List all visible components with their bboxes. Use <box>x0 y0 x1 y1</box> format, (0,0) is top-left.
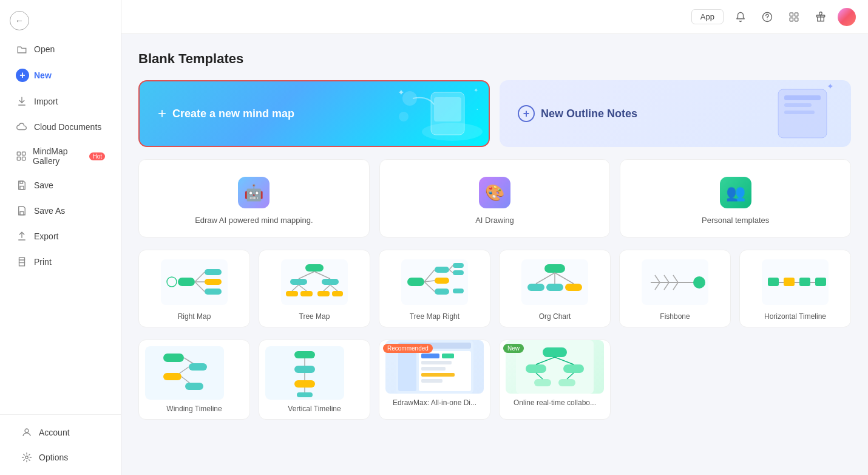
template-card-org-chart[interactable]: Org Chart <box>499 250 611 327</box>
svg-text:✦: ✦ <box>398 87 405 97</box>
svg-point-21 <box>399 112 409 121</box>
new-badge: New <box>503 344 524 353</box>
create-mindmap-card[interactable]: + Create a new mind map ✦ <box>138 80 490 147</box>
create-card-decoration: ✦ ✦ • <box>367 81 489 146</box>
sidebar-label-open: Open <box>34 44 55 54</box>
svg-rect-66 <box>453 289 464 293</box>
sidebar-item-open[interactable]: Open <box>5 37 116 61</box>
sidebar-item-save[interactable]: Save <box>5 173 116 197</box>
svg-rect-121 <box>421 379 442 383</box>
template-card-horizontal-timeline[interactable]: Horizontal Timeline <box>739 250 851 327</box>
bottom-card-edrawmax[interactable]: Recommended <box>379 340 490 420</box>
svg-rect-128 <box>534 379 551 386</box>
svg-rect-12 <box>790 13 793 16</box>
svg-rect-124 <box>526 364 546 373</box>
svg-rect-52 <box>332 291 343 296</box>
svg-rect-125 <box>563 364 584 373</box>
gift-button[interactable] <box>811 7 830 27</box>
outline-plus-icon: + <box>518 105 535 122</box>
sidebar-item-new[interactable]: + New <box>5 63 116 88</box>
org-chart-label: Org Chart <box>539 312 571 321</box>
svg-rect-2 <box>17 157 20 160</box>
svg-point-11 <box>767 19 767 19</box>
vertical-label: Vertical Timeline <box>288 405 341 413</box>
sidebar-item-cloud[interactable]: Cloud Documents <box>5 115 116 139</box>
svg-rect-94 <box>799 278 810 286</box>
feature-card-personal[interactable]: 👥 Personal templates <box>620 159 851 237</box>
svg-rect-105 <box>294 351 315 358</box>
sidebar-label-save: Save <box>34 180 53 190</box>
sidebar-item-gallery[interactable]: MindMap Gallery Hot <box>5 140 116 172</box>
svg-rect-103 <box>185 383 203 390</box>
right-map-preview <box>145 258 243 306</box>
sidebar-item-print[interactable]: Print <box>5 250 116 274</box>
grid-button[interactable] <box>784 7 804 27</box>
svg-rect-14 <box>790 18 793 21</box>
svg-rect-40 <box>205 289 222 295</box>
notification-button[interactable] <box>731 7 750 27</box>
feature-card-ai-mind[interactable]: 🤖 Edraw AI powered mind mapping. <box>138 159 370 237</box>
sidebar-label-new: New <box>34 70 52 80</box>
gallery-icon <box>16 150 27 162</box>
back-button[interactable]: ← <box>0 0 121 36</box>
create-card-label: Create a new mind map <box>172 108 294 120</box>
svg-rect-38 <box>205 269 222 275</box>
recommended-badge: Recommended <box>383 344 433 353</box>
svg-rect-28 <box>784 111 815 114</box>
tree-map-preview <box>265 258 364 306</box>
template-card-fishbone[interactable]: Fishbone <box>619 250 731 327</box>
svg-text:🤖: 🤖 <box>244 183 264 202</box>
app-button[interactable]: App <box>691 9 724 24</box>
help-button[interactable] <box>758 7 777 27</box>
header: App <box>121 0 868 34</box>
export-icon <box>16 230 28 242</box>
template-card-tree-map[interactable]: Tree Map <box>259 250 370 327</box>
bottom-card-collab[interactable]: New Onlin <box>499 340 611 420</box>
sidebar-label-export: Export <box>34 231 58 241</box>
sidebar-item-import[interactable]: Import <box>5 89 116 114</box>
svg-rect-49 <box>286 291 298 296</box>
sidebar-item-options[interactable]: Options <box>10 445 111 470</box>
winding-label: Winding Timeline <box>166 405 222 413</box>
svg-rect-120 <box>421 373 455 377</box>
user-avatar[interactable] <box>838 8 856 26</box>
hot-badge: Hot <box>89 152 105 160</box>
svg-rect-116 <box>421 354 439 358</box>
svg-rect-61 <box>435 267 449 273</box>
page-title: Blank Templates <box>138 51 851 67</box>
horizontal-timeline-label: Horizontal Timeline <box>764 312 826 321</box>
svg-rect-37 <box>178 278 195 286</box>
back-icon: ← <box>10 11 29 30</box>
svg-rect-15 <box>795 18 798 21</box>
sidebar-item-account[interactable]: Account <box>10 420 111 445</box>
print-icon <box>16 256 28 268</box>
sidebar-item-export[interactable]: Export <box>5 224 116 248</box>
bottom-card-winding[interactable]: Winding Timeline <box>138 340 250 420</box>
personal-icon: 👥 <box>720 177 751 208</box>
sidebar-label-saveas: Save As <box>34 206 65 216</box>
import-icon <box>16 95 28 108</box>
svg-rect-63 <box>435 289 449 295</box>
svg-rect-107 <box>294 366 315 373</box>
main-area: App Blank Templates + Create a new mind … <box>121 0 868 475</box>
feature-card-ai-draw[interactable]: 🎨 AI Drawing <box>379 159 611 237</box>
bottom-card-vertical[interactable]: Vertical Timeline <box>259 340 370 420</box>
template-card-tree-map-right[interactable]: Tree Map Right <box>379 250 490 327</box>
ai-draw-icon: 🎨 <box>479 177 510 208</box>
svg-rect-118 <box>421 361 452 364</box>
svg-rect-101 <box>163 373 181 380</box>
sidebar-item-saveas[interactable]: Save As <box>5 199 116 223</box>
fishbone-preview <box>626 258 724 306</box>
svg-rect-51 <box>317 291 330 296</box>
svg-rect-73 <box>544 264 565 273</box>
ai-mind-label: Edraw AI powered mind mapping. <box>195 216 313 225</box>
svg-rect-19 <box>434 97 461 121</box>
outline-notes-card[interactable]: + New Outline Notes ✦ <box>500 80 851 147</box>
svg-rect-76 <box>565 284 582 291</box>
svg-rect-47 <box>290 279 307 285</box>
vertical-preview <box>265 346 364 400</box>
svg-rect-119 <box>421 367 446 371</box>
svg-rect-117 <box>442 354 454 358</box>
template-card-right-map[interactable]: Right Map <box>138 250 250 327</box>
fishbone-label: Fishbone <box>660 312 690 321</box>
